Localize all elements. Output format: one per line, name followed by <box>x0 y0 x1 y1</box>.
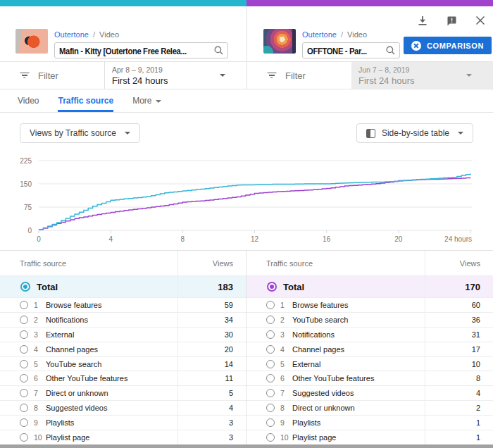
row-label: Suggested videos <box>292 389 354 397</box>
traffic-source-row[interactable]: 8Suggested videos4 <box>0 400 246 415</box>
traffic-source-row[interactable]: 5YouTube search14 <box>0 356 246 371</box>
traffic-source-row[interactable]: 9Playlists1 <box>246 415 493 430</box>
traffic-source-row[interactable]: 2YouTube search36 <box>246 312 493 327</box>
chevron-down-icon <box>466 74 472 77</box>
total-label: Total <box>283 282 304 292</box>
breadcrumb-channel-link[interactable]: Outertone <box>302 30 337 39</box>
traffic-source-row[interactable]: 9Playlists3 <box>0 415 246 430</box>
x-tick-label: 0 <box>37 235 41 243</box>
traffic-source-row[interactable]: 10Playlist page3 <box>0 430 246 444</box>
video-b-filter-button[interactable]: Filter <box>247 62 351 89</box>
row-radio[interactable] <box>20 316 28 324</box>
row-views: 1 <box>425 416 493 430</box>
chevron-down-icon <box>220 74 225 77</box>
video-a-filter-button[interactable]: Filter <box>0 62 104 89</box>
row-radio[interactable] <box>266 301 275 309</box>
video-a-traffic-table: Traffic sourceViewsTotal1831Browse featu… <box>0 251 246 444</box>
traffic-source-row[interactable]: 6Other YouTube features11 <box>0 371 246 385</box>
chevron-down-icon <box>156 100 161 103</box>
video-a-accent-bar <box>0 0 246 6</box>
total-radio-selected[interactable] <box>20 282 30 292</box>
row-radio[interactable] <box>20 360 28 368</box>
row-rank: 7 <box>34 389 46 397</box>
tab-traffic-source[interactable]: Traffic source <box>58 89 113 112</box>
row-label: Suggested videos <box>46 404 107 412</box>
video-b-thumbnail[interactable] <box>263 29 296 54</box>
video-b-search-field[interactable]: OFFTONE - Par... <box>302 42 400 58</box>
traffic-source-row[interactable]: 5External10 <box>246 356 493 371</box>
video-a-thumbnail[interactable] <box>15 29 48 54</box>
row-radio[interactable] <box>266 418 275 427</box>
video-b-date-picker[interactable]: Jun 7 – 8, 2019 First 24 hours <box>351 62 493 89</box>
row-views: 36 <box>425 313 493 327</box>
row-radio[interactable] <box>266 360 275 368</box>
row-views: 14 <box>177 357 246 371</box>
traffic-source-row[interactable]: 10Playlist page1 <box>246 430 493 444</box>
video-a-date-picker[interactable]: Apr 8 – 9, 2019 First 24 hours <box>104 62 246 89</box>
breadcrumb-section: Video <box>99 30 119 39</box>
total-row[interactable]: Total183 <box>0 275 246 297</box>
row-radio[interactable] <box>20 433 28 442</box>
row-radio[interactable] <box>266 389 275 397</box>
video-b-traffic-table: Traffic sourceViewsTotal1701Browse featu… <box>246 251 493 444</box>
row-radio[interactable] <box>266 316 275 324</box>
traffic-source-row[interactable]: 3Notifications31 <box>246 327 493 342</box>
row-radio[interactable] <box>20 301 28 309</box>
traffic-source-row[interactable]: 1Browse features60 <box>246 297 493 312</box>
traffic-source-row[interactable]: 3External30 <box>0 327 246 342</box>
row-radio[interactable] <box>266 374 275 382</box>
row-radio[interactable] <box>20 374 28 382</box>
row-radio[interactable] <box>20 404 28 412</box>
video-a-panel: Outertone / Video Mafin - Kitty [Outerto… <box>0 6 246 61</box>
traffic-source-row[interactable]: 1Browse features59 <box>0 297 246 312</box>
row-rank: 3 <box>280 330 292 339</box>
row-radio[interactable] <box>20 389 28 397</box>
total-radio-selected[interactable] <box>267 282 277 292</box>
row-views: 3 <box>177 416 246 430</box>
view-mode-dropdown[interactable]: Side-by-side table <box>356 123 473 143</box>
row-label: Direct or unknown <box>292 404 355 412</box>
analytics-comparison-window: Outertone / Video Mafin - Kitty [Outerto… <box>0 0 493 448</box>
comparison-button[interactable]: COMPARISON <box>404 37 492 54</box>
metric-dropdown[interactable]: Views by Traffic source <box>20 123 140 143</box>
traffic-source-row[interactable]: 7Direct or unknown5 <box>0 385 246 400</box>
y-tick-label: 0 <box>27 227 32 235</box>
tab-video[interactable]: Video <box>18 89 39 112</box>
bottom-scroll-edge <box>0 444 493 448</box>
video-a-search-field[interactable]: Mafin - Kitty [Outertone Free Relea... <box>54 42 228 58</box>
traffic-source-row[interactable]: 4Channel pages20 <box>0 342 246 356</box>
row-radio[interactable] <box>20 345 28 354</box>
close-icon[interactable] <box>475 15 486 26</box>
tab-more[interactable]: More <box>132 89 161 112</box>
row-label: Notifications <box>292 330 335 339</box>
traffic-source-row[interactable]: 7Suggested videos4 <box>246 385 493 400</box>
row-rank: 10 <box>280 433 292 442</box>
feedback-icon[interactable] <box>446 15 457 26</box>
row-views: 5 <box>177 386 246 400</box>
remove-comparison-icon <box>411 41 421 51</box>
row-radio[interactable] <box>20 418 28 427</box>
traffic-source-row[interactable]: 2Notifications34 <box>0 312 246 327</box>
row-radio[interactable] <box>20 330 28 339</box>
download-icon[interactable] <box>417 15 428 26</box>
period: First 24 hours <box>358 75 493 86</box>
traffic-source-row[interactable]: 6Other YouTube features8 <box>246 371 493 385</box>
row-radio[interactable] <box>266 345 275 354</box>
total-row[interactable]: Total170 <box>246 275 493 297</box>
row-label: YouTube search <box>46 360 101 368</box>
row-views: 17 <box>425 342 493 356</box>
row-radio[interactable] <box>266 404 275 412</box>
video-b-filter-half: Filter Jun 7 – 8, 2019 First 24 hours <box>246 62 493 89</box>
row-label: Browse features <box>292 301 348 309</box>
traffic-source-row[interactable]: 8Direct or unknown2 <box>246 400 493 415</box>
breadcrumb-section: Video <box>347 30 367 39</box>
row-radio[interactable] <box>266 433 275 442</box>
x-tick-label: 12 <box>251 235 259 243</box>
row-label: Playlist page <box>292 433 336 442</box>
traffic-source-row[interactable]: 4Channel pages17 <box>246 342 493 356</box>
breadcrumb-channel-link[interactable]: Outertone <box>54 30 89 39</box>
filter-icon <box>267 73 276 79</box>
row-radio[interactable] <box>266 330 275 339</box>
controls-row: Views by Traffic source Side-by-side tab… <box>0 113 493 148</box>
accent-bars <box>0 0 493 6</box>
